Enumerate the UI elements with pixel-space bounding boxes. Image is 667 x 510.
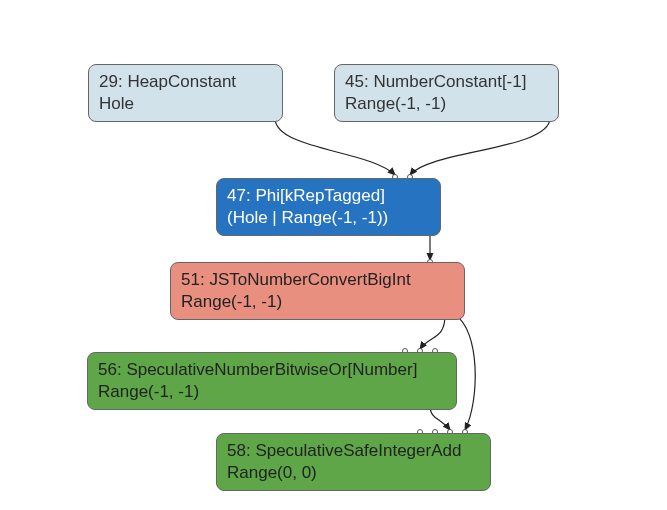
node-label: HeapConstant bbox=[127, 72, 236, 91]
node-detail: Hole bbox=[99, 94, 134, 113]
node-detail: Range(-1, -1) bbox=[181, 292, 282, 311]
node-detail: (Hole | Range(-1, -1)) bbox=[227, 208, 388, 227]
node-id: 47 bbox=[227, 186, 246, 205]
node-heapconstant[interactable]: 29: HeapConstant Hole bbox=[88, 64, 283, 122]
node-label: SpeculativeSafeIntegerAdd bbox=[255, 441, 461, 460]
node-label: NumberConstant[-1] bbox=[373, 72, 526, 91]
node-id: 29 bbox=[99, 72, 118, 91]
node-id: 45 bbox=[345, 72, 364, 91]
node-label: Phi[kRepTagged] bbox=[255, 186, 384, 205]
node-detail: Range(-1, -1) bbox=[98, 382, 199, 401]
node-safeintegeradd[interactable]: 58: SpeculativeSafeIntegerAdd Range(0, 0… bbox=[216, 433, 491, 491]
node-bitwiseor[interactable]: 56: SpeculativeNumberBitwiseOr[Number] R… bbox=[87, 352, 457, 410]
node-id: 58 bbox=[227, 441, 246, 460]
node-detail: Range(0, 0) bbox=[227, 463, 317, 482]
node-jstonumber[interactable]: 51: JSToNumberConvertBigInt Range(-1, -1… bbox=[170, 262, 465, 320]
node-numberconstant[interactable]: 45: NumberConstant[-1] Range(-1, -1) bbox=[334, 64, 559, 122]
node-detail: Range(-1, -1) bbox=[345, 94, 446, 113]
node-label: JSToNumberConvertBigInt bbox=[209, 270, 410, 289]
node-label: SpeculativeNumberBitwiseOr[Number] bbox=[126, 360, 417, 379]
node-phi[interactable]: 47: Phi[kRepTagged] (Hole | Range(-1, -1… bbox=[216, 178, 441, 236]
node-id: 51 bbox=[181, 270, 200, 289]
node-id: 56 bbox=[98, 360, 117, 379]
